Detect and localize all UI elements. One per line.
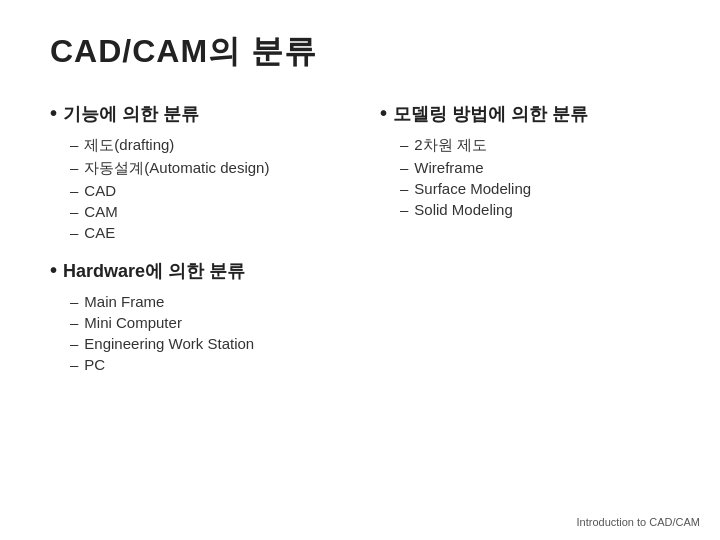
list-item: Surface Modeling [400,180,670,197]
right-bullet1-label: 모델링 방법에 의한 분류 [380,102,670,126]
list-item: 2차원 제도 [400,136,670,155]
bullet1-section: 기능에 의한 분류 제도(drafting) 자동설계(Automatic de… [50,102,340,241]
list-item: Solid Modeling [400,201,670,218]
bullet1-list: 제도(drafting) 자동설계(Automatic design) CAD … [50,136,340,241]
slide: CAD/CAM의 분류 기능에 의한 분류 제도(drafting) 자동설계(… [0,0,720,540]
left-column: 기능에 의한 분류 제도(drafting) 자동설계(Automatic de… [50,102,340,391]
content-area: 기능에 의한 분류 제도(drafting) 자동설계(Automatic de… [50,102,670,391]
bullet2-list: Main Frame Mini Computer Engineering Wor… [50,293,340,373]
list-item: CAD [70,182,340,199]
list-item: PC [70,356,340,373]
list-item: Main Frame [70,293,340,310]
bullet2-section: Hardware에 의한 분류 Main Frame Mini Computer… [50,259,340,373]
right-bullet1-list: 2차원 제도 Wireframe Surface Modeling Solid … [380,136,670,218]
slide-title: CAD/CAM의 분류 [50,30,670,74]
bullet1-label: 기능에 의한 분류 [50,102,340,126]
list-item: Mini Computer [70,314,340,331]
list-item: Wireframe [400,159,670,176]
list-item: CAM [70,203,340,220]
right-bullet1-section: 모델링 방법에 의한 분류 2차원 제도 Wireframe Surface M… [380,102,670,218]
bullet2-label: Hardware에 의한 분류 [50,259,340,283]
list-item: CAE [70,224,340,241]
list-item: Engineering Work Station [70,335,340,352]
list-item: 제도(drafting) [70,136,340,155]
right-column: 모델링 방법에 의한 분류 2차원 제도 Wireframe Surface M… [380,102,670,391]
footer-text: Introduction to CAD/CAM [577,516,701,528]
list-item: 자동설계(Automatic design) [70,159,340,178]
